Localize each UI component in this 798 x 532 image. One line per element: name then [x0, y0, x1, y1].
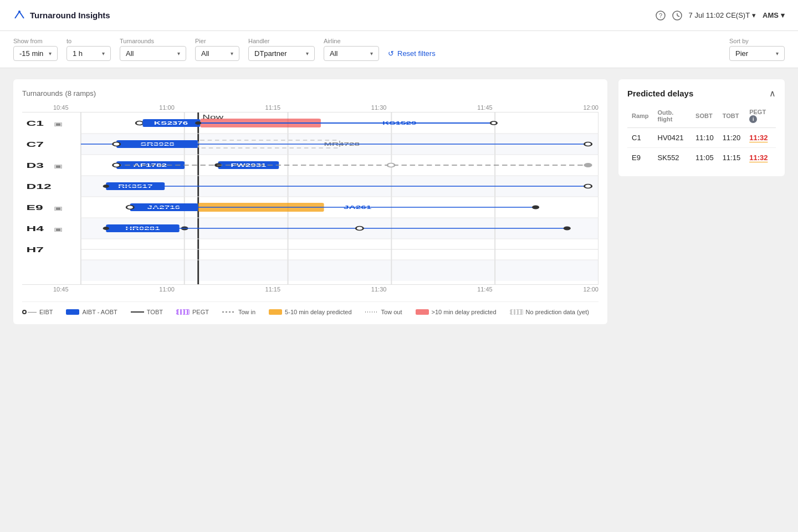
- legend-tobt-label: TOBT: [147, 309, 163, 315]
- legend-pegt: PEGT: [176, 309, 209, 315]
- ramp-c1: C1: [27, 119, 44, 127]
- collapse-button[interactable]: ∧: [769, 88, 776, 99]
- header: Turnaround Insights ? 7 Jul 11:02 CE(S)T…: [0, 0, 798, 31]
- col-pegt: PEGT i: [745, 106, 776, 128]
- ramp-h7: H7: [27, 245, 44, 254]
- show-from-select[interactable]: -15 min ▾: [13, 46, 58, 61]
- legend-eibt-line: [28, 312, 37, 313]
- pier-select[interactable]: All ▾: [195, 46, 239, 61]
- legend-5-10-label: 5-10 min delay predicted: [285, 309, 351, 315]
- legend-tobt-line: [131, 311, 144, 313]
- clock-button[interactable]: [672, 11, 682, 21]
- time-bottom-1130: 11:30: [371, 286, 387, 293]
- legend-tow-in: Tow in: [222, 309, 255, 315]
- legend-tow-out: Tow out: [365, 309, 402, 315]
- svg-rect-10: [81, 260, 598, 281]
- cell-ramp: C1: [627, 128, 653, 148]
- airline-chevron: ▾: [370, 50, 373, 57]
- ramp-h4: H4: [27, 224, 44, 233]
- pegt-value: 11:32: [749, 154, 768, 162]
- legend-no-prediction: No prediction data (yet): [510, 309, 589, 315]
- legend-tow-in-line: [222, 311, 236, 313]
- cell-ramp: E9: [627, 148, 653, 168]
- legend-10-plus-delay: >10 min delay predicted: [416, 309, 497, 315]
- sort-by-value: Pier: [735, 49, 748, 58]
- ramp-d3: D3: [27, 161, 44, 170]
- logo-icon: [13, 9, 25, 22]
- airport-value: AMS: [763, 11, 779, 19]
- turnarounds-title: Turnarounds (8 ramps): [22, 88, 598, 98]
- datetime-value: 7 Jul 11:02 CE(S)T: [689, 11, 750, 19]
- app-title: Turnaround Insights: [30, 11, 110, 20]
- d12-end-dot: [584, 185, 591, 188]
- e9-end-dot: [532, 206, 539, 209]
- legend-10-plus-bar: [416, 309, 429, 315]
- cell-flight: HV0421: [653, 128, 692, 148]
- cell-tobt: 11:15: [718, 148, 745, 168]
- time-bottom-1100: 11:00: [159, 286, 175, 293]
- time-label-1100: 11:00: [159, 104, 175, 111]
- d3-end-dot: [584, 163, 592, 167]
- handler-group: Handler DTpartner ▾: [248, 38, 315, 61]
- airline-select[interactable]: All ▾: [324, 46, 379, 61]
- legend-tow-in-label: Tow in: [238, 309, 255, 315]
- handler-select[interactable]: DTpartner ▾: [248, 46, 315, 61]
- d3-eibt-dot: [113, 163, 120, 167]
- c1-eibt-dot: [136, 121, 143, 125]
- airport-chevron: ▾: [781, 11, 785, 19]
- cell-pegt: 11:32: [745, 148, 776, 168]
- c1-inbound-label: KS2376: [154, 120, 188, 126]
- time-label-1200: 12:00: [583, 104, 598, 111]
- c7-end-dot: [584, 142, 591, 146]
- pegt-info-icon[interactable]: i: [749, 115, 757, 123]
- handler-chevron: ▾: [306, 50, 309, 57]
- to-chevron: ▾: [102, 50, 105, 57]
- datetime-selector[interactable]: 7 Jul 11:02 CE(S)T ▾: [689, 11, 756, 19]
- to-select[interactable]: 1 h ▾: [66, 46, 111, 61]
- airport-selector[interactable]: AMS ▾: [763, 11, 785, 19]
- handler-value: DTpartner: [254, 49, 287, 58]
- cell-sobt: 11:05: [691, 148, 718, 168]
- pier-label: Pier: [195, 38, 239, 44]
- cell-tobt: 11:20: [718, 128, 745, 148]
- filters-bar: Show from -15 min ▾ to 1 h ▾ Turnarounds…: [0, 31, 798, 68]
- legend-eibt-label: EIBT: [39, 309, 53, 315]
- app-logo: Turnaround Insights: [13, 9, 110, 22]
- h4-start-dot: [103, 227, 109, 230]
- delays-header: Predicted delays ∧: [627, 88, 776, 99]
- airline-value: All: [330, 49, 337, 58]
- c1-tobt-dot: [195, 121, 201, 125]
- to-label: to: [66, 38, 111, 44]
- legend-5-10-delay: 5-10 min delay predicted: [269, 309, 351, 315]
- delays-title: Predicted delays: [627, 89, 693, 98]
- legend-aibt-label: AIBT - AOBT: [82, 309, 117, 315]
- show-from-chevron: ▾: [49, 50, 52, 57]
- time-label-1115: 11:15: [265, 104, 281, 111]
- legend-eibt-dot: [22, 310, 27, 314]
- legend-10-plus-label: >10 min delay predicted: [432, 309, 497, 315]
- time-label-1045: 10:45: [53, 104, 69, 111]
- turnarounds-chevron: ▾: [177, 50, 180, 57]
- to-group: to 1 h ▾: [66, 38, 111, 61]
- h4-end-dot: [564, 227, 571, 231]
- turnarounds-select[interactable]: All ▾: [120, 46, 186, 61]
- delays-table: Ramp Outb. flight SOBT TOBT PEGT i C1 HV…: [627, 106, 776, 167]
- reset-filters-button[interactable]: ↺ Reset filters: [388, 49, 436, 58]
- sort-by-select[interactable]: Pier ▾: [729, 46, 785, 61]
- header-actions: ? 7 Jul 11:02 CE(S)T ▾ AMS ▾: [656, 11, 785, 21]
- legend-tow-out-line: [365, 311, 378, 313]
- sort-group: Sort by Pier ▾: [729, 38, 785, 61]
- info-button[interactable]: ?: [656, 11, 666, 21]
- time-bottom-1115: 11:15: [265, 286, 281, 293]
- time-label-1145: 11:45: [477, 104, 493, 111]
- reset-icon: ↺: [388, 49, 394, 58]
- legend-eibt: EIBT: [22, 309, 53, 315]
- to-value: 1 h: [73, 49, 83, 58]
- time-bottom-1145: 11:45: [477, 286, 493, 293]
- h4-mid-dot: [356, 227, 363, 231]
- col-ramp: Ramp: [627, 106, 653, 128]
- table-row: C1 HV0421 11:10 11:20 11:32: [627, 128, 776, 148]
- pier-group: Pier All ▾: [195, 38, 239, 61]
- col-tobt: TOBT: [718, 106, 745, 128]
- d12-start-dot: [103, 185, 109, 188]
